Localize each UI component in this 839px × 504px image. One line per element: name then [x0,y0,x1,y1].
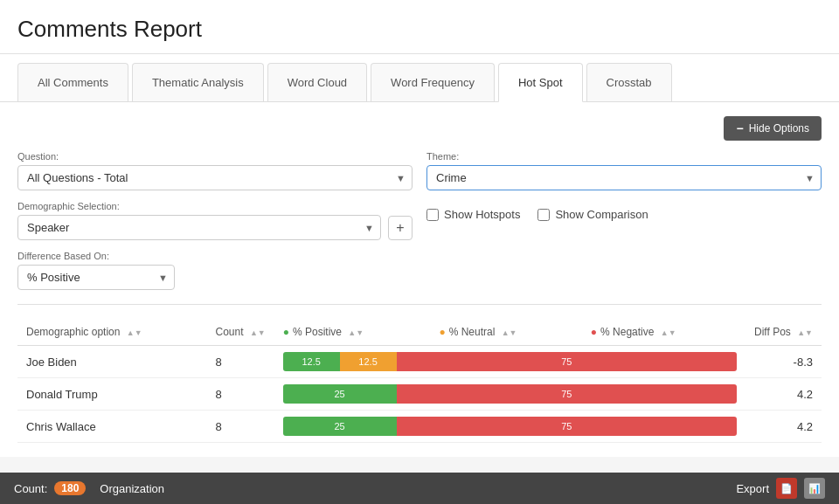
sort-icon-pos: ▲▼ [348,330,364,336]
sort-icon-demographic: ▲▼ [127,330,142,336]
th-neg[interactable]: % Negative ▲▼ [582,319,745,346]
data-table: Demographic option ▲▼ Count ▲▼ % Positiv… [17,319,822,443]
main-content: Hide Options Question: All Questions - T… [0,102,839,457]
sort-icon-diff: ▲▼ [797,330,813,336]
cell-diff: 4.2 [745,378,822,411]
tab-hot-spot[interactable]: Hot Spot [498,63,583,102]
cell-count: 8 [207,378,274,411]
show-comparison-text: Show Comparison [555,208,648,221]
tab-word-frequency[interactable]: Word Frequency [371,63,495,101]
tab-thematic-analysis[interactable]: Thematic Analysis [132,63,264,101]
theme-select-wrap: Crime ▼ [426,165,822,190]
cell-bar: 2575 [274,378,745,411]
show-hotspots-label[interactable]: Show Hotspots [426,208,520,221]
tab-all-comments[interactable]: All Comments [17,63,128,101]
bar-negative: 75 [397,384,737,404]
tab-crosstab[interactable]: Crosstab [586,63,672,101]
table-row: Joe Biden812.512.575-8.3 [17,346,822,378]
cell-demographic: Chris Wallace [17,411,207,443]
sort-icon-neg: ▲▼ [661,330,676,336]
question-select[interactable]: All Questions - Total [17,165,413,190]
th-diff[interactable]: Diff Pos ▲▼ [745,319,822,346]
question-select-wrap: All Questions - Total ▼ [17,165,413,190]
diff-based-select[interactable]: % Positive [17,265,175,290]
tabs-bar: All Comments Thematic Analysis Word Clou… [0,54,839,102]
demographic-group: Demographic Selection: Speaker ▼ + [17,201,413,240]
cell-count: 8 [207,411,274,443]
options-right: Theme: Crime ▼ Show Hotspots Show Compar… [426,151,822,290]
question-label: Question: [17,151,413,162]
demographic-label: Demographic Selection: [17,201,413,211]
show-comparison-checkbox[interactable] [537,209,550,221]
pos-dot-icon [283,326,293,338]
bar-neutral: 12.5 [340,352,397,371]
th-count[interactable]: Count ▲▼ [207,319,274,346]
bar-positive: 25 [283,384,397,404]
theme-label: Theme: [426,151,822,162]
divider [17,304,822,305]
sort-icon-neu: ▲▼ [502,330,517,336]
bar-positive: 12.5 [283,352,340,371]
page-title: Comments Report [0,0,839,54]
table-row: Donald Trump825754.2 [17,378,822,411]
theme-group: Theme: Crime ▼ [426,151,822,190]
cell-diff: 4.2 [745,411,822,443]
cell-bar: 12.512.575 [274,346,745,378]
tab-word-cloud[interactable]: Word Cloud [267,63,367,101]
th-neu[interactable]: % Neutral ▲▼ [430,319,581,346]
question-group: Question: All Questions - Total ▼ [17,151,413,190]
neg-dot-icon [591,326,600,338]
table-row: Chris Wallace825754.2 [17,411,822,443]
neu-dot-icon [439,326,448,338]
bar-positive: 25 [283,417,397,436]
top-bar: Hide Options [17,116,822,141]
demographic-row: Speaker ▼ + [17,215,413,240]
diff-based-group: Difference Based On: % Positive ▼ [17,251,413,290]
table-body: Joe Biden812.512.575-8.3Donald Trump8257… [17,346,822,443]
checkboxes-row: Show Hotspots Show Comparison [426,201,822,221]
show-comparison-label[interactable]: Show Comparison [537,208,648,221]
show-hotspots-checkbox[interactable] [426,209,439,221]
diff-based-label: Difference Based On: [17,251,413,261]
cell-diff: -8.3 [745,346,822,378]
hide-options-button[interactable]: Hide Options [724,116,822,141]
theme-select[interactable]: Crime [426,165,822,190]
cell-bar: 2575 [274,411,745,443]
options-left: Question: All Questions - Total ▼ Demogr… [17,151,413,290]
bar-negative: 75 [397,417,737,436]
bar-negative: 75 [397,352,737,371]
cell-count: 8 [207,346,274,378]
th-demographic[interactable]: Demographic option ▲▼ [17,319,207,346]
add-demographic-button[interactable]: + [388,216,413,240]
table-section: Demographic option ▲▼ Count ▲▼ % Positiv… [17,319,822,443]
table-header-row: Demographic option ▲▼ Count ▲▼ % Positiv… [17,319,822,346]
diff-based-select-wrap: % Positive ▼ [17,265,175,290]
th-pos[interactable]: % Positive ▲▼ [274,319,431,346]
show-hotspots-text: Show Hotspots [444,208,520,221]
cell-demographic: Joe Biden [17,346,207,378]
demographic-select[interactable]: Speaker [17,215,381,240]
sort-icon-count: ▲▼ [250,330,266,336]
demographic-select-wrap: Speaker ▼ [17,215,381,240]
options-section: Question: All Questions - Total ▼ Demogr… [17,151,822,290]
cell-demographic: Donald Trump [17,378,207,411]
